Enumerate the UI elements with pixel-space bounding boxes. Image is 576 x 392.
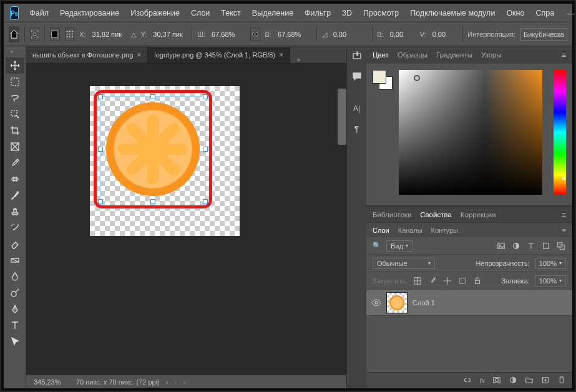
menu-3d[interactable]: 3D [338, 6, 356, 20]
lock-image-icon[interactable] [427, 276, 437, 286]
tab-patterns[interactable]: Узоры [481, 51, 502, 59]
info-flyout-icon[interactable]: › [166, 378, 168, 386]
lock-position-icon[interactable] [442, 276, 452, 286]
search-icon[interactable]: 🔍 [373, 242, 381, 250]
layer-name[interactable]: Слой 1 [412, 299, 435, 306]
menu-plugins[interactable]: Подключаемые модули [406, 6, 499, 20]
brush-tool[interactable] [6, 187, 24, 203]
hue-slider[interactable] [554, 70, 566, 195]
color-field[interactable] [399, 70, 542, 195]
filter-adjust-icon[interactable] [511, 241, 521, 251]
dodge-tool[interactable] [6, 285, 24, 301]
zoom-field[interactable] [32, 378, 70, 386]
group-icon[interactable] [525, 376, 534, 386]
angle-field[interactable] [332, 29, 367, 40]
character-panel-icon[interactable]: A| [349, 101, 365, 116]
history-brush-tool[interactable] [6, 220, 24, 236]
layer-row[interactable]: Слой 1 [366, 290, 572, 316]
transform-bounding-box[interactable] [100, 96, 206, 202]
fill-field[interactable]: 100%▾ [535, 275, 566, 287]
eyedropper-tool[interactable] [6, 155, 24, 171]
panel-menu-icon[interactable]: ≡ [562, 211, 566, 218]
menu-type[interactable]: Текст [217, 6, 245, 20]
visibility-icon[interactable] [371, 298, 381, 308]
path-select-tool[interactable] [6, 333, 24, 350]
tab-swatches[interactable]: Образцы [398, 51, 427, 59]
vskew-field[interactable] [431, 29, 457, 40]
type-tool[interactable] [6, 317, 24, 333]
status-nav-left-icon[interactable]: ‹ [174, 378, 177, 386]
gradient-tool[interactable] [6, 252, 24, 268]
menu-file[interactable]: Файл [25, 6, 53, 20]
home-button[interactable] [9, 26, 19, 42]
close-icon[interactable]: × [279, 51, 283, 59]
canvas-area[interactable] [26, 64, 346, 375]
menu-image[interactable]: Изображение [126, 6, 184, 20]
lock-trans-icon[interactable] [412, 276, 422, 286]
tabs-overflow-icon[interactable]: » [290, 56, 306, 63]
lock-artboard-icon[interactable] [457, 276, 467, 286]
crop-tool[interactable] [6, 122, 24, 139]
paragraph-panel-icon[interactable]: ¶ [349, 121, 365, 136]
color-cursor[interactable] [414, 75, 420, 81]
filter-smart-icon[interactable] [556, 241, 566, 251]
lock-all-icon[interactable] [472, 276, 482, 286]
layer-filter-dropdown[interactable]: Вид▾ [386, 240, 412, 252]
delete-icon[interactable] [557, 376, 566, 386]
layer-thumbnail[interactable] [386, 292, 408, 313]
learn-panel-icon[interactable] [349, 49, 365, 64]
hue-handle[interactable] [562, 176, 565, 181]
foreground-color-swatch[interactable] [373, 70, 386, 84]
document-canvas[interactable] [90, 86, 240, 236]
menu-select[interactable]: Выделение [248, 6, 298, 20]
opacity-field[interactable]: 100%▾ [535, 258, 566, 269]
y-field[interactable] [152, 29, 187, 40]
vertical-scrollbar[interactable] [338, 89, 346, 145]
comments-panel-icon[interactable] [349, 69, 365, 84]
tab-adjustments[interactable]: Коррекция [461, 211, 496, 218]
layer-mask-icon[interactable] [492, 376, 501, 386]
w-field[interactable] [210, 29, 245, 40]
menu-layer[interactable]: Слои [187, 6, 214, 20]
h-field[interactable] [276, 29, 311, 40]
hskew-field[interactable] [389, 29, 415, 40]
blend-mode-dropdown[interactable]: Обычные▾ [373, 258, 435, 269]
quick-select-tool[interactable] [6, 106, 24, 122]
filter-pixel-icon[interactable] [496, 241, 506, 251]
menu-view[interactable]: Просмотр [359, 6, 403, 20]
filter-shape-icon[interactable] [541, 241, 551, 251]
panel-menu-icon[interactable]: ≡ [562, 227, 566, 234]
tab-properties[interactable]: Свойства [420, 211, 452, 218]
layer-fx-icon[interactable]: fx [479, 377, 485, 385]
menu-help[interactable]: Спра [531, 6, 559, 20]
tab-libraries[interactable]: Библиотеки [373, 211, 411, 218]
tab-doc-2[interactable]: logotype.png @ 345% (Слой 1, RGB/8)× [148, 47, 290, 63]
tab-doc-1[interactable]: ньшить объект в Фотошопе.png× [26, 47, 148, 63]
menu-filter[interactable]: Фильтр [300, 6, 335, 20]
frame-tool[interactable] [6, 139, 24, 155]
move-tool[interactable] [6, 57, 24, 74]
filter-type-icon[interactable] [526, 241, 536, 251]
panel-menu-icon[interactable]: ≡ [562, 51, 566, 59]
pen-tool[interactable] [6, 301, 24, 317]
x-field[interactable] [91, 29, 126, 40]
blur-tool[interactable] [6, 268, 24, 285]
reference-point-icon[interactable] [50, 27, 60, 41]
delta-icon[interactable]: △ [131, 31, 136, 39]
eraser-tool[interactable] [6, 236, 24, 252]
tab-channels[interactable]: Каналы [398, 227, 422, 234]
fg-bg-swatch[interactable] [373, 70, 393, 90]
healing-brush-tool[interactable] [6, 171, 24, 187]
link-wh-icon[interactable] [250, 27, 260, 41]
status-nav-right-icon[interactable]: › [183, 378, 185, 386]
marquee-tool[interactable] [6, 74, 24, 90]
tab-gradients[interactable]: Градиенты [436, 51, 472, 59]
close-icon[interactable]: × [137, 51, 141, 59]
adjustment-layer-icon[interactable] [509, 376, 517, 386]
toolbar-collapse-icon[interactable]: » [11, 49, 19, 55]
menu-edit[interactable]: Редактирование [56, 6, 124, 20]
clone-stamp-tool[interactable] [6, 203, 24, 220]
interpolation-dropdown[interactable]: Бикубическа [520, 28, 567, 41]
transform-origin-icon[interactable] [30, 27, 40, 41]
tab-layers[interactable]: Слои [373, 227, 389, 234]
